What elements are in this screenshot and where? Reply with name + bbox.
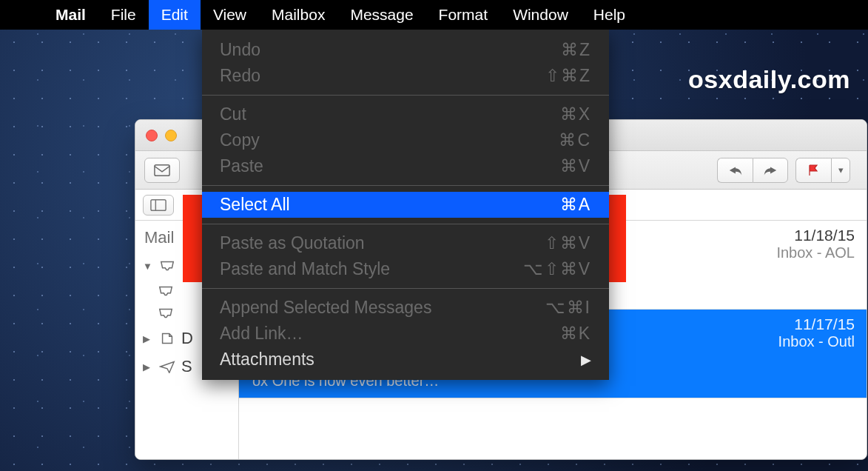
sidebar-item-label: S	[181, 357, 192, 376]
message-date: 11/18/15	[794, 227, 855, 244]
inbox-icon	[158, 284, 174, 298]
menu-item-add-link[interactable]: Add Link…⌘K	[202, 321, 609, 347]
menu-separator	[202, 185, 609, 186]
menu-separator	[202, 95, 609, 96]
menu-item-redo[interactable]: Redo⇧⌘Z	[202, 63, 609, 89]
forward-button[interactable]	[753, 158, 788, 183]
sent-icon	[159, 360, 175, 373]
inbox-icon	[158, 307, 174, 320]
toggle-sidebar-button[interactable]	[143, 195, 174, 216]
menu-view[interactable]: View	[201, 0, 259, 30]
menu-edit[interactable]: Edit	[149, 0, 201, 30]
inbox-icon	[159, 259, 175, 273]
close-window-button[interactable]	[146, 130, 158, 141]
flag-dropdown-button[interactable]: ▾	[831, 158, 850, 183]
menu-item-paste-quotation[interactable]: Paste as Quotation⇧⌘V	[202, 230, 609, 256]
sidebar-icon	[150, 198, 166, 212]
menu-item-append-selected[interactable]: Append Selected Messages⌥⌘I	[202, 295, 609, 321]
envelope-icon	[154, 164, 170, 177]
disclosure-triangle-icon[interactable]: ▶	[143, 333, 153, 344]
reply-button[interactable]	[717, 158, 753, 183]
menu-separator	[202, 224, 609, 224]
disclosure-triangle-icon[interactable]: ▼	[143, 261, 153, 272]
menu-message[interactable]: Message	[337, 0, 425, 30]
flag-icon	[806, 164, 822, 177]
menu-mailbox[interactable]: Mailbox	[259, 0, 337, 30]
message-mailbox: Inbox - AOL	[776, 244, 855, 261]
watermark-text: osxdaily.com	[688, 65, 850, 94]
message-mailbox: Inbox - Outl	[778, 333, 855, 350]
minimize-window-button[interactable]	[165, 130, 177, 141]
svg-rect-1	[151, 199, 166, 210]
menu-item-copy[interactable]: Copy⌘C	[202, 127, 609, 153]
flag-button[interactable]	[795, 158, 831, 183]
menu-item-paste[interactable]: Paste⌘V	[202, 153, 609, 179]
compose-button[interactable]	[144, 158, 180, 183]
menu-window[interactable]: Window	[500, 0, 581, 30]
menu-format[interactable]: Format	[426, 0, 501, 30]
drafts-icon	[159, 332, 175, 345]
menu-file[interactable]: File	[98, 0, 149, 30]
menu-separator	[202, 288, 609, 289]
submenu-arrow-icon: ▶	[581, 352, 591, 368]
menu-item-paste-match-style[interactable]: Paste and Match Style⌥⇧⌘V	[202, 256, 609, 282]
reply-icon	[727, 164, 744, 177]
svg-rect-0	[155, 164, 169, 176]
edit-menu-dropdown: Undo⌘Z Redo⇧⌘Z Cut⌘X Copy⌘C Paste⌘V Sele…	[202, 30, 609, 380]
menu-app[interactable]: Mail	[43, 0, 98, 30]
menu-item-undo[interactable]: Undo⌘Z	[202, 37, 609, 63]
menu-item-cut[interactable]: Cut⌘X	[202, 101, 609, 127]
message-date: 11/17/15	[794, 315, 855, 333]
menubar: Mail File Edit View Mailbox Message Form…	[0, 0, 868, 30]
sidebar-item-label: D	[181, 329, 193, 348]
menu-help[interactable]: Help	[581, 0, 638, 30]
reply-group	[717, 158, 788, 183]
menu-item-select-all[interactable]: Select All⌘A	[202, 192, 609, 218]
menu-item-attachments[interactable]: Attachments▶	[202, 347, 609, 373]
chevron-down-icon: ▾	[838, 164, 844, 176]
forward-icon	[762, 164, 778, 177]
disclosure-triangle-icon[interactable]: ▶	[143, 361, 153, 373]
flag-group: ▾	[795, 158, 850, 183]
